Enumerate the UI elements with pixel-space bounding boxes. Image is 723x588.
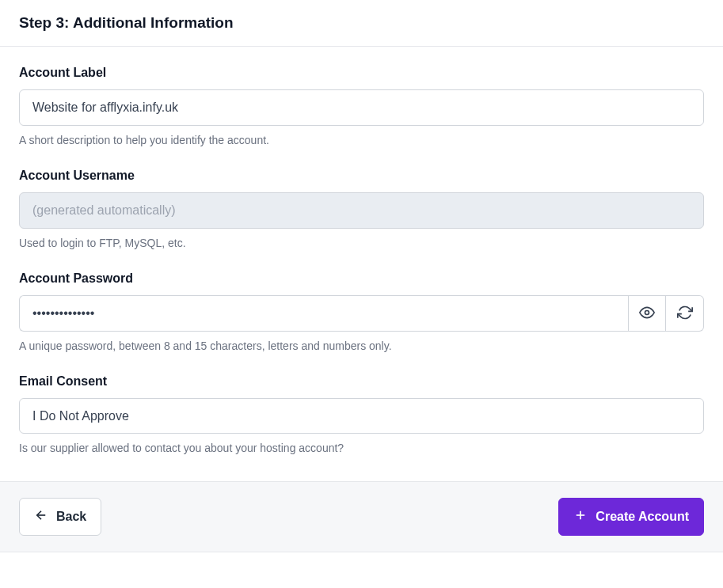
back-button[interactable]: Back <box>19 498 101 536</box>
field-email-consent: Email Consent I Do Not Approve Is our su… <box>19 374 704 454</box>
account-password-label: Account Password <box>19 271 704 286</box>
account-username-input <box>19 192 704 229</box>
email-consent-label: Email Consent <box>19 374 704 389</box>
back-button-label: Back <box>56 510 86 524</box>
svg-point-0 <box>645 310 649 314</box>
regenerate-password-button[interactable] <box>666 295 704 332</box>
form-content: Account Label A short description to hel… <box>0 47 723 481</box>
create-account-button-label: Create Account <box>596 510 689 524</box>
account-username-label: Account Username <box>19 169 704 183</box>
step-title: Step 3: Additional Information <box>19 14 704 32</box>
account-username-helper: Used to login to FTP, MySQL, etc. <box>19 237 704 249</box>
plus-icon <box>573 508 588 525</box>
field-account-username: Account Username Used to login to FTP, M… <box>19 169 704 249</box>
account-label-input[interactable] <box>19 89 704 126</box>
account-password-helper: A unique password, between 8 and 15 char… <box>19 340 704 352</box>
form-footer: Back Create Account <box>0 481 723 552</box>
eye-icon <box>639 305 655 323</box>
field-account-password: Account Password A unique password, betw… <box>19 271 704 352</box>
account-password-input[interactable] <box>19 295 628 332</box>
create-account-button[interactable]: Create Account <box>558 498 704 536</box>
email-consent-helper: Is our supplier allowed to contact you a… <box>19 442 704 454</box>
password-input-group <box>19 295 704 332</box>
email-consent-select[interactable]: I Do Not Approve <box>19 398 704 434</box>
account-label-helper: A short description to help you identify… <box>19 134 704 146</box>
step-header: Step 3: Additional Information <box>0 0 723 47</box>
field-account-label: Account Label A short description to hel… <box>19 66 704 146</box>
refresh-icon <box>677 305 693 323</box>
account-label-label: Account Label <box>19 66 704 80</box>
arrow-left-icon <box>34 508 48 525</box>
toggle-password-visibility-button[interactable] <box>628 295 666 332</box>
